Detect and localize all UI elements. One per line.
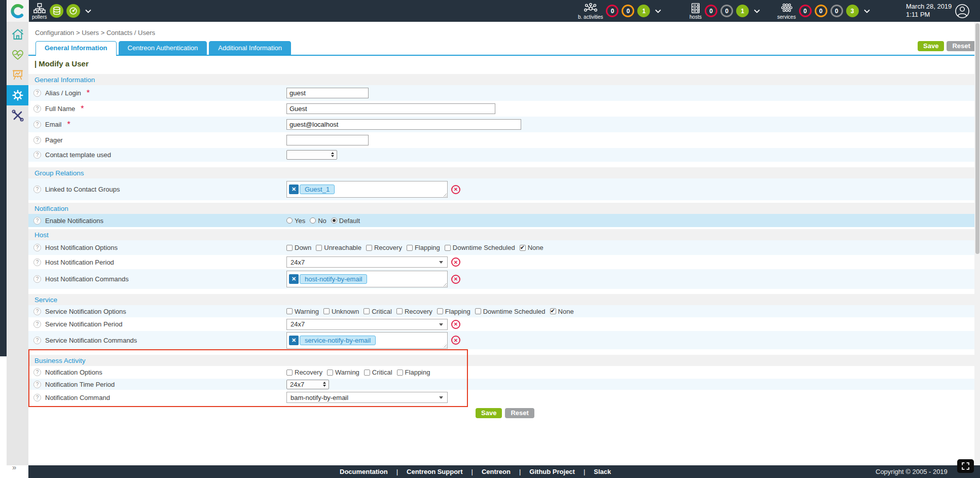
pollers-menu[interactable]: pollers bbox=[32, 2, 47, 20]
page-scrollbar[interactable] bbox=[974, 22, 980, 465]
ba-command-select[interactable]: bam-notify-by-email bbox=[286, 392, 448, 403]
hosts-menu[interactable]: hosts bbox=[689, 2, 702, 20]
resize-handle[interactable] bbox=[442, 343, 447, 348]
help-icon[interactable]: ? bbox=[33, 105, 41, 113]
hosts-chevron-down-icon[interactable] bbox=[754, 9, 760, 13]
sidebar-item-administration[interactable] bbox=[7, 105, 28, 126]
checkbox-svc-recovery[interactable] bbox=[396, 308, 403, 314]
alias-input[interactable] bbox=[286, 88, 369, 98]
help-icon[interactable]: ? bbox=[33, 121, 41, 128]
checkbox-host-flapping[interactable] bbox=[407, 245, 413, 251]
help-icon[interactable]: ? bbox=[33, 381, 41, 388]
ba-ok-badge[interactable]: 1 bbox=[637, 5, 650, 17]
checkbox-ba-warning[interactable] bbox=[327, 370, 333, 376]
help-icon[interactable]: ? bbox=[33, 394, 41, 401]
radio-default[interactable] bbox=[331, 217, 337, 224]
sidebar-item-monitoring[interactable] bbox=[7, 45, 28, 65]
gauge-status-icon[interactable] bbox=[66, 4, 80, 18]
clear-service-period-icon[interactable]: ✕ bbox=[451, 320, 460, 329]
checkbox-svc-critical[interactable] bbox=[364, 308, 370, 314]
host-commands-multiselect[interactable]: ✕ host-notify-by-email bbox=[286, 271, 448, 287]
reset-button-bottom[interactable]: Reset bbox=[505, 408, 534, 418]
save-button-top[interactable]: Save bbox=[918, 41, 944, 51]
clear-selection-icon[interactable]: ✕ bbox=[451, 185, 460, 194]
checkbox-host-down[interactable] bbox=[286, 245, 293, 251]
checkbox-svc-flapping[interactable] bbox=[437, 308, 443, 314]
help-icon[interactable]: ? bbox=[33, 275, 41, 283]
fullscreen-button[interactable] bbox=[957, 459, 974, 473]
help-icon[interactable]: ? bbox=[33, 244, 41, 251]
sidebar-item-reporting[interactable] bbox=[7, 65, 28, 85]
database-status-icon[interactable] bbox=[50, 4, 63, 18]
reset-button-top[interactable]: Reset bbox=[947, 41, 975, 51]
help-icon[interactable]: ? bbox=[33, 337, 41, 344]
remove-tag-button[interactable]: ✕ bbox=[289, 185, 299, 194]
checkbox-ba-recovery[interactable] bbox=[286, 370, 293, 376]
contact-groups-multiselect[interactable]: ✕ Guest_1 bbox=[286, 181, 448, 198]
checkbox-ba-critical[interactable] bbox=[364, 370, 370, 376]
ba-chevron-down-icon[interactable] bbox=[655, 9, 661, 13]
checkbox-host-unreachable[interactable] bbox=[316, 245, 322, 251]
services-chevron-down-icon[interactable] bbox=[864, 9, 870, 13]
save-button-bottom[interactable]: Save bbox=[476, 408, 502, 418]
service-period-select[interactable]: 24x7 bbox=[286, 319, 448, 330]
ba-menu[interactable]: b. activities bbox=[578, 2, 603, 20]
hosts-down-badge[interactable]: 0 bbox=[705, 5, 717, 17]
service-commands-multiselect[interactable]: ✕ service-notify-by-email bbox=[286, 332, 448, 349]
ba-period-select[interactable]: 24x7 bbox=[286, 380, 329, 389]
help-icon[interactable]: ? bbox=[33, 89, 41, 97]
help-icon[interactable]: ? bbox=[33, 259, 41, 266]
fullname-input[interactable] bbox=[286, 103, 495, 114]
services-menu[interactable]: services bbox=[777, 2, 796, 20]
checkbox-svc-warning[interactable] bbox=[286, 308, 293, 314]
help-icon[interactable]: ? bbox=[33, 136, 41, 144]
checkbox-svc-none[interactable] bbox=[550, 308, 556, 314]
help-icon[interactable]: ? bbox=[33, 186, 41, 193]
footer-link-centreon-support[interactable]: Centreon Support bbox=[388, 468, 463, 475]
hosts-unreachable-badge[interactable]: 0 bbox=[720, 5, 733, 17]
footer-link-documentation[interactable]: Documentation bbox=[340, 468, 388, 475]
checkbox-svc-downtime-scheduled[interactable] bbox=[475, 308, 481, 314]
services-ok-badge[interactable]: 3 bbox=[846, 5, 859, 17]
sidebar-expand-toggle[interactable]: » bbox=[12, 463, 16, 471]
sidebar-item-configuration[interactable] bbox=[7, 85, 28, 105]
services-warning-badge[interactable]: 0 bbox=[815, 5, 827, 17]
clear-host-commands-icon[interactable]: ✕ bbox=[451, 275, 460, 284]
checkbox-host-none[interactable] bbox=[520, 245, 526, 251]
remove-tag-button[interactable]: ✕ bbox=[289, 336, 299, 345]
user-avatar[interactable] bbox=[955, 4, 970, 21]
help-icon[interactable]: ? bbox=[33, 308, 41, 315]
host-period-select[interactable]: 24x7 bbox=[286, 256, 448, 268]
help-icon[interactable]: ? bbox=[33, 151, 41, 159]
scrollbar-thumb[interactable] bbox=[975, 23, 979, 254]
footer-link-centreon[interactable]: Centreon bbox=[463, 468, 511, 475]
ba-warning-badge[interactable]: 0 bbox=[622, 5, 634, 17]
checkbox-ba-flapping[interactable] bbox=[397, 370, 403, 376]
checkbox-svc-unknown[interactable] bbox=[323, 308, 330, 314]
tab-additional-information[interactable]: Additional Information bbox=[209, 41, 291, 55]
checkbox-host-downtime-scheduled[interactable] bbox=[445, 245, 451, 251]
pollers-chevron-down-icon[interactable] bbox=[85, 9, 91, 13]
resize-handle[interactable] bbox=[442, 192, 447, 197]
pager-input[interactable] bbox=[286, 135, 369, 145]
resize-handle[interactable] bbox=[442, 282, 447, 286]
clear-service-commands-icon[interactable]: ✕ bbox=[451, 336, 460, 345]
ba-critical-badge[interactable]: 0 bbox=[606, 5, 619, 17]
services-unknown-badge[interactable]: 0 bbox=[830, 5, 843, 17]
help-icon[interactable]: ? bbox=[33, 320, 41, 328]
centreon-logo[interactable] bbox=[7, 0, 29, 22]
contact-template-select[interactable] bbox=[286, 150, 337, 160]
hosts-up-badge[interactable]: 1 bbox=[736, 5, 749, 17]
footer-link-slack[interactable]: Slack bbox=[575, 468, 611, 475]
email-input[interactable] bbox=[286, 119, 521, 130]
tab-centreon-authentication[interactable]: Centreon Authentication bbox=[119, 41, 207, 55]
services-critical-badge[interactable]: 0 bbox=[799, 5, 812, 17]
radio-yes[interactable] bbox=[286, 217, 293, 224]
checkbox-host-recovery[interactable] bbox=[366, 245, 372, 251]
tab-general-information[interactable]: General Information bbox=[35, 41, 117, 55]
clear-host-period-icon[interactable]: ✕ bbox=[451, 258, 460, 267]
radio-no[interactable] bbox=[310, 217, 316, 224]
remove-tag-button[interactable]: ✕ bbox=[289, 274, 299, 284]
footer-link-github-project[interactable]: Github Project bbox=[511, 468, 575, 475]
help-icon[interactable]: ? bbox=[33, 217, 41, 225]
